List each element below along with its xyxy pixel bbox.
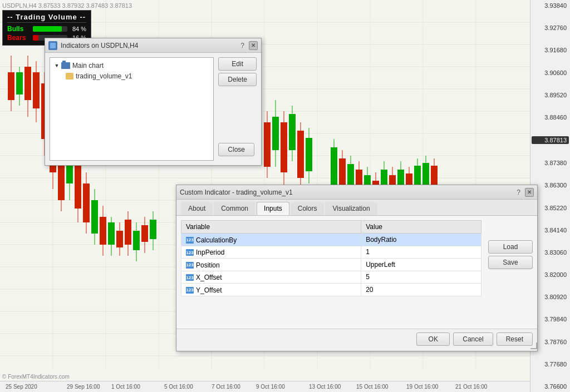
svg-rect-42 [75, 161, 81, 209]
x-label-oct5: 5 Oct 16:00 [164, 384, 193, 390]
x-label-sep25: 25 Sep 2020 [6, 384, 37, 390]
price-current: 3.87813 [532, 136, 569, 144]
help-button[interactable]: ? [240, 42, 244, 49]
tv-title: -- Trading Volume -- [7, 13, 86, 23]
ci-tabs: About Common Inputs Colors Visualization [176, 200, 537, 216]
col-variable: Variable [181, 221, 361, 234]
svg-rect-72 [306, 138, 312, 171]
var-icon: 123 [186, 262, 194, 269]
var-cell: 123 InpPeriod [181, 246, 361, 259]
tab-colors[interactable]: Colors [291, 202, 325, 215]
price-3.89520: 3.89520 [532, 92, 569, 98]
svg-rect-32 [33, 72, 40, 108]
indicators-tree[interactable]: ▼ Main chart trading_volume_v1 [50, 57, 214, 161]
indicator-name: trading_volume_v1 [76, 72, 132, 80]
bulls-bar-container [33, 26, 67, 32]
main-chart-label: Main chart [72, 62, 104, 70]
x-axis: 25 Sep 2020 29 Sep 16:00 1 Oct 16:00 5 O… [0, 381, 530, 392]
edit-button[interactable]: Edit [218, 57, 257, 71]
var-name: X_Offset [196, 274, 222, 281]
reset-button[interactable]: Reset [497, 333, 533, 346]
ci-dialog-title: Custom Indicator - trading_volume_v1 [180, 188, 517, 196]
table-row[interactable]: 123 Y_Offset 20 [181, 284, 481, 296]
val-cell: 20 [361, 284, 481, 296]
svg-rect-28 [16, 72, 23, 95]
x-label-oct7: 7 Oct 16:00 [212, 384, 240, 390]
indicators-close-button[interactable]: ✕ [249, 41, 258, 50]
indicators-buttons: Edit Delete Close [218, 57, 257, 161]
col-value: Value [361, 221, 481, 234]
x-label-oct19: 19 Oct 16:00 [406, 384, 438, 390]
folder-icon [61, 62, 70, 69]
x-label-oct21: 21 Oct 16:00 [455, 384, 487, 390]
bulls-row: Bulls 84 % [7, 25, 86, 33]
svg-rect-70 [297, 131, 304, 178]
save-button[interactable]: Save [488, 256, 533, 269]
chart-header: USDPLN,H4 3.87533 3.87932 3.87483 3.8781… [2, 2, 132, 9]
dialog-icon [48, 41, 57, 50]
bears-label: Bears [7, 34, 31, 42]
table-row[interactable]: 123 Position UpperLeft [181, 259, 481, 271]
price-3.88460: 3.88460 [532, 114, 569, 121]
load-button[interactable]: Load [488, 240, 533, 254]
bulls-label: Bulls [7, 25, 31, 33]
price-3.76600: 3.76600 [532, 383, 569, 390]
var-icon: 123 [186, 274, 194, 281]
resize-handle[interactable] [530, 343, 537, 349]
ci-titlebar[interactable]: Custom Indicator - trading_volume_v1 ? ✕ [176, 185, 537, 200]
price-3.90600: 3.90600 [532, 70, 569, 76]
cancel-button[interactable]: Cancel [453, 333, 493, 346]
x-label-oct1: 1 Oct 16:00 [111, 384, 140, 390]
tab-visualization[interactable]: Visualization [325, 202, 377, 215]
svg-rect-30 [24, 67, 31, 100]
x-label-oct13: 13 Oct 16:00 [309, 384, 341, 390]
ok-button[interactable]: OK [416, 333, 450, 346]
tree-expand-icon[interactable]: ▼ [52, 61, 61, 70]
main-chart-item[interactable]: ▼ Main chart [52, 60, 211, 71]
val-cell: BodyRatio [361, 234, 481, 246]
svg-rect-74 [331, 147, 337, 186]
svg-rect-52 [116, 231, 123, 247]
ci-close-button[interactable]: ✕ [525, 188, 534, 197]
x-label-oct15: 15 Oct 16:00 [356, 384, 388, 390]
svg-rect-44 [83, 183, 90, 222]
svg-rect-54 [125, 220, 131, 245]
bulls-pct: 84 % [70, 26, 86, 32]
indicators-dialog-title: Indicators on USDPLN,H4 [61, 42, 240, 49]
tab-about[interactable]: About [181, 202, 213, 215]
indicator-item[interactable]: trading_volume_v1 [52, 71, 211, 81]
indicators-titlebar[interactable]: Indicators on USDPLN,H4 ? ✕ [45, 38, 261, 53]
var-icon: 123 [186, 237, 194, 244]
var-cell: 123 CalculationBy [181, 234, 361, 246]
price-3.91680: 3.91680 [532, 47, 569, 53]
table-row[interactable]: 123 X_Offset 5 [181, 271, 481, 284]
indicator-icon [66, 73, 73, 80]
svg-rect-66 [281, 122, 287, 172]
var-icon: 123 [186, 249, 194, 256]
ci-table: Variable Value 123 CalculationBy BodyRat… [181, 220, 481, 296]
close-button[interactable]: Close [218, 143, 254, 156]
val-cell: 5 [361, 271, 481, 284]
ci-help-button[interactable]: ? [517, 188, 520, 196]
table-header-row: Variable Value [181, 221, 481, 234]
price-3.77680: 3.77680 [532, 361, 569, 368]
svg-rect-62 [264, 122, 271, 167]
delete-button[interactable]: Delete [218, 73, 257, 86]
table-row[interactable]: 123 InpPeriod 1 [181, 246, 481, 259]
val-cell: 1 [361, 246, 481, 259]
svg-rect-26 [8, 72, 14, 100]
indicators-body: ▼ Main chart trading_volume_v1 Edit Dele… [45, 53, 261, 165]
tab-common[interactable]: Common [214, 202, 255, 215]
x-label-oct9: 9 Oct 16:00 [256, 384, 285, 390]
var-name: Position [196, 261, 220, 269]
var-name: CalculationBy [196, 236, 237, 244]
copyright: © ForexMT4Indicators.com [2, 374, 70, 380]
price-3.87380: 3.87380 [532, 160, 569, 166]
svg-rect-48 [100, 217, 106, 245]
svg-rect-64 [272, 117, 279, 150]
table-row[interactable]: 123 CalculationBy BodyRatio [181, 234, 481, 246]
tab-inputs[interactable]: Inputs [257, 202, 289, 215]
x-label-sep29: 29 Sep 16:00 [67, 384, 100, 390]
var-name: Y_Offset [196, 286, 222, 294]
custom-indicator-dialog: Custom Indicator - trading_volume_v1 ? ✕… [176, 185, 538, 351]
